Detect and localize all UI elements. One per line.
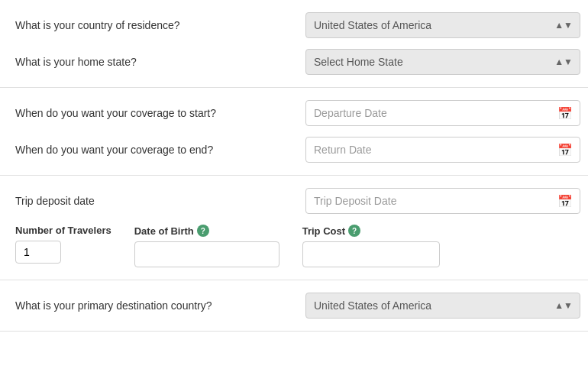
num-travelers-label: Number of Travelers bbox=[15, 225, 111, 236]
num-travelers-group: Number of Travelers bbox=[15, 225, 111, 264]
dob-group: Date of Birth ? bbox=[134, 225, 279, 267]
coverage-start-row: When do you want your coverage to start?… bbox=[15, 100, 573, 126]
return-date-input[interactable] bbox=[305, 137, 580, 163]
deposit-date-input-wrap: 📅 bbox=[305, 188, 580, 214]
state-row: What is your home state? Select Home Sta… bbox=[15, 49, 573, 75]
section-travelers: Trip deposit date 📅 Number of Travelers … bbox=[0, 176, 588, 280]
dob-help-icon[interactable]: ? bbox=[197, 225, 209, 237]
destination-row: What is your primary destination country… bbox=[15, 293, 573, 319]
coverage-start-label: When do you want your coverage to start? bbox=[15, 107, 305, 119]
dob-label: Date of Birth ? bbox=[134, 225, 279, 237]
country-select-wrap: United States of America ▲▼ bbox=[305, 12, 580, 38]
num-travelers-spinner-wrap bbox=[15, 241, 61, 264]
trip-cost-input[interactable] bbox=[302, 241, 440, 267]
deposit-date-wrap: 📅 bbox=[305, 188, 580, 214]
state-select[interactable]: Select Home State bbox=[305, 49, 580, 75]
trip-cost-group: Trip Cost ? bbox=[302, 225, 440, 267]
trip-cost-help-icon[interactable]: ? bbox=[348, 225, 360, 237]
deposit-date-input[interactable] bbox=[305, 188, 580, 214]
departure-date-wrap: 📅 bbox=[305, 100, 580, 126]
trip-cost-label: Trip Cost ? bbox=[302, 225, 440, 237]
coverage-end-label: When do you want your coverage to end? bbox=[15, 144, 305, 156]
section-destination: What is your primary destination country… bbox=[0, 280, 588, 332]
country-select[interactable]: United States of America bbox=[305, 12, 580, 38]
deposit-label: Trip deposit date bbox=[15, 195, 305, 207]
country-row: What is your country of residence? Unite… bbox=[15, 12, 573, 38]
section-coverage-dates: When do you want your coverage to start?… bbox=[0, 88, 588, 176]
country-label: What is your country of residence? bbox=[15, 19, 305, 31]
num-travelers-input[interactable] bbox=[15, 241, 61, 264]
return-date-wrap: 📅 bbox=[305, 137, 580, 163]
destination-select[interactable]: United States of America bbox=[305, 293, 580, 319]
departure-date-input[interactable] bbox=[305, 100, 580, 126]
deposit-row: Trip deposit date 📅 bbox=[15, 188, 573, 214]
dob-input[interactable] bbox=[134, 241, 279, 267]
section-residence: What is your country of residence? Unite… bbox=[0, 0, 588, 88]
traveler-fields-row: Number of Travelers Date of Birth ? Trip… bbox=[15, 225, 573, 267]
destination-label: What is your primary destination country… bbox=[15, 299, 305, 312]
coverage-end-row: When do you want your coverage to end? 📅 bbox=[15, 137, 573, 163]
state-select-wrap: Select Home State ▲▼ bbox=[305, 49, 580, 75]
coverage-start-wrap: 📅 bbox=[305, 100, 580, 126]
state-label: What is your home state? bbox=[15, 56, 305, 68]
coverage-end-wrap: 📅 bbox=[305, 137, 580, 163]
destination-select-wrap: United States of America ▲▼ bbox=[305, 293, 580, 319]
form-container: What is your country of residence? Unite… bbox=[0, 0, 588, 332]
